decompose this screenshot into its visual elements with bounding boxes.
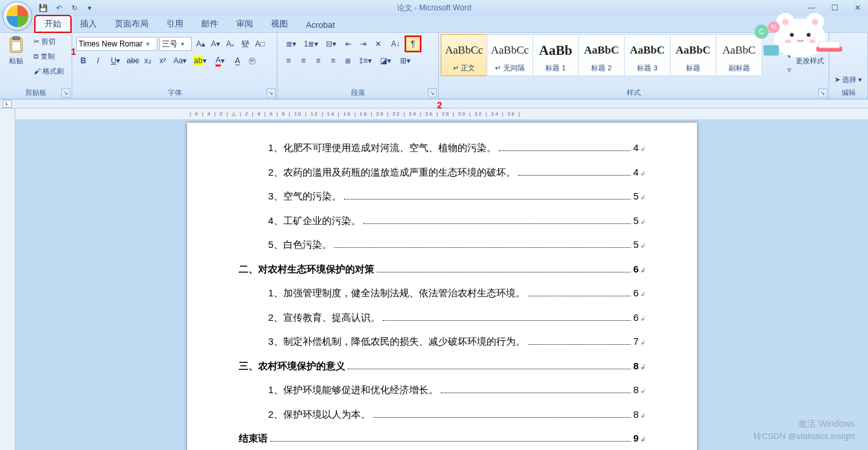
group-font: Times New Romar▼ 三号▼ A▴ A▾ Aₓ 變 A□ B I U…	[72, 33, 278, 99]
style-item-heading2[interactable]: AaBbC标题 2	[578, 34, 625, 76]
borders-button[interactable]: ⊞▾	[396, 54, 415, 68]
tab-mail[interactable]: 邮件	[192, 16, 227, 32]
brush-icon: 🖌	[34, 67, 41, 75]
annotation-2: 2	[437, 100, 442, 110]
svg-text:A: A	[805, 41, 810, 48]
tab-acrobat[interactable]: Acrobat	[297, 18, 344, 32]
subscript-button[interactable]: x₂	[141, 54, 155, 68]
italic-button[interactable]: I	[91, 54, 105, 68]
shrink-font-button[interactable]: A▾	[208, 37, 223, 51]
group-label-font: 字体	[75, 87, 274, 99]
group-clipboard: 粘贴 ✂剪切 ⧉复制 🖌格式刷 剪贴板 ↘	[0, 33, 72, 99]
group-label-styles: 样式	[441, 87, 826, 99]
paste-button[interactable]: 粘贴	[3, 34, 30, 67]
group-label-paragraph: 段落	[280, 87, 436, 99]
page-scroll[interactable]: 1、化肥不可理使用造成对河流、空气、植物的污染。42、农药的滥用及药瓶的滥放造成…	[15, 120, 868, 450]
vertical-ruler[interactable]	[0, 108, 15, 450]
style-item-normal[interactable]: AaBbCc↵ 正文	[441, 34, 487, 76]
watermark: 激活 Windows 转CSDN @statistics.insight	[753, 418, 855, 442]
bullets-button[interactable]: ≣▾	[281, 37, 301, 51]
numbering-button[interactable]: 1≣▾	[301, 37, 321, 51]
office-button[interactable]	[3, 1, 32, 31]
toc-line: 5、白色污染。5	[239, 232, 645, 257]
align-left-button[interactable]: ≡	[281, 54, 296, 68]
paragraph-dialog-launcher[interactable]: ↘	[428, 88, 437, 97]
style-item-nospacing[interactable]: AaBbCc↵ 无间隔	[487, 34, 533, 76]
font-family-combo[interactable]: Times New Romar▼	[76, 37, 157, 51]
show-formatting-button[interactable]: ¶	[406, 37, 420, 51]
toc-line: 1、保护环境能够促进和优化经济增长。8	[239, 378, 645, 402]
increase-indent-button[interactable]: ⇥	[356, 37, 370, 51]
style-item-heading3[interactable]: AaBbC标题 3	[624, 34, 671, 76]
character-shading-button[interactable]: A̲	[230, 54, 245, 68]
change-styles-button[interactable]: AA 更改样式	[794, 34, 826, 67]
asian-layout-button[interactable]: ✕	[371, 37, 385, 51]
superscript-button[interactable]: x²	[156, 54, 170, 68]
toc-line: 三、农村环境保护的意义8	[239, 354, 645, 378]
scissors-icon: ✂	[34, 37, 39, 46]
character-border-button[interactable]: A□	[253, 37, 267, 51]
change-case-button[interactable]: Aa▾	[170, 54, 190, 68]
align-center-button[interactable]: ≡	[296, 54, 310, 68]
styles-dialog-launcher[interactable]: ↘	[818, 88, 827, 97]
group-label-clipboard: 剪贴板	[3, 87, 69, 99]
toc-line: 1、化肥不可理使用造成对河流、空气、植物的污染。4	[239, 136, 645, 160]
clear-formatting-button[interactable]: Aₓ	[223, 37, 237, 51]
font-size-combo[interactable]: 三号▼	[159, 37, 192, 51]
format-painter-button[interactable]: 🖌格式刷	[31, 64, 66, 78]
underline-button[interactable]: U▾	[106, 54, 125, 68]
toc-line: 二、对农村生态环境保护的对策6	[239, 257, 645, 281]
tab-review[interactable]: 审阅	[227, 16, 262, 32]
font-color-button[interactable]: A▾	[210, 54, 230, 68]
window-controls: — ☐ ✕	[803, 2, 865, 14]
toc-line: 2、宣传教育、提高认识。6	[239, 305, 645, 330]
copy-button[interactable]: ⧉复制	[31, 49, 66, 63]
toc-line: 2、保护环境以人为本。8	[239, 402, 645, 427]
distribute-button[interactable]: ≣	[341, 54, 355, 68]
window-title: 论文 - Microsoft Word	[0, 3, 868, 14]
style-item-heading1[interactable]: AaBb标题 1	[532, 34, 579, 76]
svg-rect-2	[12, 41, 20, 50]
group-editing: ➤选择▾ 编辑	[829, 33, 868, 99]
font-dialog-launcher[interactable]: ↘	[267, 88, 276, 97]
minimize-button[interactable]: —	[803, 2, 819, 14]
style-item-subtitle[interactable]: AaBbC副标题	[716, 34, 762, 76]
toc-line: 4、工矿企业的污染。5	[239, 209, 645, 233]
strikethrough-button[interactable]: abc	[126, 54, 140, 68]
tab-references[interactable]: 引用	[157, 16, 192, 32]
align-right-button[interactable]: ≡	[311, 54, 325, 68]
copy-icon: ⧉	[34, 52, 39, 61]
toc-line: 1、加强管理制度，健全法制法规、依法管治农村生态环境。6	[239, 281, 645, 305]
line-spacing-button[interactable]: ‡≡▾	[356, 54, 375, 68]
clipboard-dialog-launcher[interactable]: ↘	[61, 88, 70, 97]
document-page[interactable]: 1、化肥不可理使用造成对河流、空气、植物的污染。42、农药的滥用及药瓶的滥放造成…	[187, 123, 697, 450]
decrease-indent-button[interactable]: ⇤	[341, 37, 356, 51]
svg-text:A: A	[811, 45, 816, 52]
tab-view[interactable]: 视图	[262, 16, 297, 32]
style-item-title[interactable]: AaBbC标题	[670, 34, 716, 76]
style-gallery[interactable]: AaBbCc↵ 正文 AaBbCc↵ 无间隔 AaBb标题 1 AaBbC标题 …	[441, 34, 781, 76]
maximize-button[interactable]: ☐	[827, 2, 842, 14]
select-button[interactable]: ➤选择▾	[832, 72, 865, 87]
group-styles: AaBbCc↵ 正文 AaBbCc↵ 无间隔 AaBb标题 1 AaBbC标题 …	[439, 33, 829, 99]
ribbon-tabs: 开始 插入 页面布局 引用 邮件 审阅 视图 Acrobat 1	[0, 15, 868, 32]
grow-font-button[interactable]: A▴	[194, 37, 208, 51]
ribbon: 粘贴 ✂剪切 ⧉复制 🖌格式刷 剪贴板 ↘ Times New Romar▼ 三…	[0, 32, 868, 99]
toc-line: 3、空气的污染。5	[239, 184, 645, 209]
close-button[interactable]: ✕	[850, 2, 865, 14]
enclose-characters-button[interactable]: ㊥	[245, 54, 259, 68]
cut-button[interactable]: ✂剪切	[31, 34, 66, 48]
highlight-button[interactable]: ab▾	[190, 54, 210, 68]
tab-home[interactable]: 开始	[35, 15, 71, 32]
tab-layout[interactable]: 页面布局	[106, 16, 157, 32]
phonetic-guide-button[interactable]: 變	[238, 37, 252, 51]
shading-button[interactable]: ◪▾	[376, 54, 395, 68]
tab-insert[interactable]: 插入	[71, 16, 106, 32]
svg-rect-1	[12, 37, 19, 40]
bold-button[interactable]: B	[76, 54, 90, 68]
multilevel-list-button[interactable]: ⊟▾	[321, 37, 341, 51]
title-bar: 💾 ↶ ↻ ▾ 论文 - Microsoft Word — ☐ ✕	[0, 0, 868, 15]
sort-button[interactable]: A↓	[386, 37, 405, 51]
ruler-toggle[interactable]: L	[3, 100, 12, 108]
justify-button[interactable]: ≡	[326, 54, 340, 68]
